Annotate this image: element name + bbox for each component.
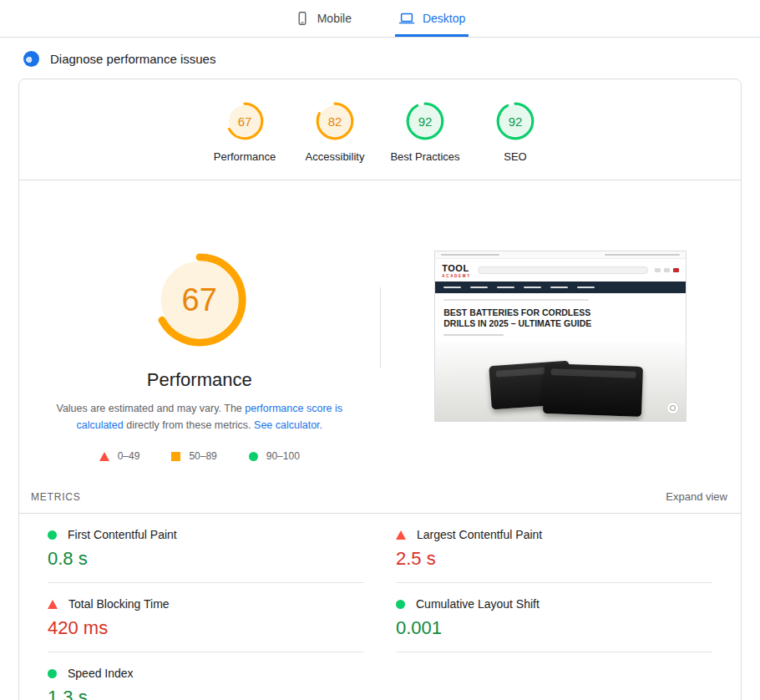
score-seo[interactable]: 92 SEO <box>470 101 560 163</box>
performance-section-title: Performance <box>147 369 252 391</box>
thumb-nav-bar <box>435 282 686 293</box>
tab-desktop-label: Desktop <box>423 12 465 25</box>
metric-rating-icon <box>48 530 57 540</box>
metrics-heading: METRICS <box>31 491 81 503</box>
accessibility-gauge: 82 <box>315 101 355 141</box>
thumb-utility-bar <box>435 251 686 259</box>
legend-good: 90–100 <box>249 450 300 462</box>
disclaimer-text-2: directly from these metrics. <box>124 419 254 431</box>
performance-score-label: Performance <box>214 150 276 163</box>
device-tabbar: Mobile Desktop <box>0 0 760 38</box>
battery-image <box>543 363 643 417</box>
mobile-phone-icon <box>295 11 310 26</box>
metric-largest-contentful-paint: Largest Contentful Paint 2.5 s <box>396 514 712 583</box>
thumb-search-bar <box>478 266 648 274</box>
thumb-icon <box>655 268 661 272</box>
score-performance[interactable]: 67 Performance <box>200 101 290 163</box>
metrics-header: METRICS Expand view <box>19 482 741 514</box>
seo-score-label: SEO <box>504 150 526 163</box>
thumb-header-icons <box>655 268 679 272</box>
desktop-laptop-icon <box>398 11 415 26</box>
metric-name: Speed Index <box>68 667 134 680</box>
seo-gauge: 92 <box>495 101 535 141</box>
seo-score-value: 92 <box>495 101 535 141</box>
performance-overview: 67 Performance Values are estimated and … <box>19 180 741 482</box>
thumb-site-header: TOOL ACADEMY <box>435 259 686 282</box>
thumb-site-logo: TOOL ACADEMY <box>442 263 471 278</box>
thumb-icon <box>664 268 670 272</box>
legend-average-label: 50–89 <box>189 450 216 462</box>
thumb-article-photo <box>435 342 686 421</box>
metric-value: 1.3 s <box>48 687 364 700</box>
thumb-nav-item <box>497 287 514 289</box>
tab-mobile[interactable]: Mobile <box>291 2 355 37</box>
thumb-article-meta <box>443 334 504 337</box>
thumb-nav-item <box>470 287 488 289</box>
performance-main-gauge: 67 <box>150 251 249 349</box>
metric-rating-icon <box>396 600 405 609</box>
metric-value: 0.8 s <box>48 548 364 570</box>
thumb-nav-item <box>550 287 568 289</box>
score-accessibility[interactable]: 82 Accessibility <box>290 101 380 163</box>
thumb-text-bar <box>605 254 680 256</box>
performance-score-value: 67 <box>225 101 265 141</box>
metric-total-blocking-time: Total Blocking Time 420 ms <box>48 583 364 652</box>
logo-subtitle: ACADEMY <box>442 274 471 278</box>
pagespeed-report: Mobile Desktop Diagnose performance issu… <box>0 0 760 700</box>
accessibility-score-value: 82 <box>315 101 355 141</box>
score-disclaimer: Values are estimated and may vary. The p… <box>40 400 359 434</box>
score-legend: 0–49 50–89 90–100 <box>99 450 300 462</box>
screenshot-panel: TOOL ACADEMY <box>381 251 742 422</box>
average-square-icon <box>171 452 180 461</box>
metric-rating-icon <box>48 600 58 609</box>
metric-speed-index: Speed Index 1.3 s <box>48 652 364 700</box>
score-best-practices[interactable]: 92 Best Practices <box>380 101 470 163</box>
metric-rating-icon <box>48 669 57 678</box>
metric-first-contentful-paint: First Contentful Paint 0.8 s <box>48 514 364 583</box>
thumb-flag-icon <box>673 268 679 272</box>
tab-desktop[interactable]: Desktop <box>395 2 469 37</box>
metric-cumulative-layout-shift: Cumulative Layout Shift 0.001 <box>396 583 712 652</box>
accessibility-score-label: Accessibility <box>306 150 365 163</box>
performance-gauge: 67 <box>225 101 265 141</box>
disclaimer-text: Values are estimated and may vary. The <box>56 403 245 414</box>
performance-main-score: 67 <box>150 251 249 349</box>
poor-triangle-icon <box>99 452 109 461</box>
logo-wordmark: TOOL <box>442 263 471 274</box>
expand-view-button[interactable]: Expand view <box>666 490 727 503</box>
legend-good-label: 90–100 <box>266 450 300 462</box>
metric-value: 2.5 s <box>396 548 712 570</box>
thumb-zoom-button <box>666 402 679 414</box>
legend-poor: 0–49 <box>99 450 140 462</box>
report-card: 67 Performance 82 Accessibility 92 Best … <box>18 79 742 700</box>
thumb-breadcrumb <box>443 299 589 302</box>
tab-mobile-label: Mobile <box>317 12 352 25</box>
metric-name: Largest Contentful Paint <box>417 528 542 541</box>
thumb-nav-item <box>577 287 595 289</box>
metric-value: 420 ms <box>48 617 364 639</box>
final-screenshot-thumbnail[interactable]: TOOL ACADEMY <box>434 251 687 422</box>
metric-rating-icon <box>396 530 406 540</box>
good-circle-icon <box>249 452 258 461</box>
diagnose-section-header: Diagnose performance issues <box>0 38 760 79</box>
metrics-grid: First Contentful Paint 0.8 s Largest Con… <box>19 514 741 700</box>
metric-name: Total Blocking Time <box>68 597 170 611</box>
diagnose-title: Diagnose performance issues <box>50 52 215 66</box>
see-calculator-link[interactable]: See calculator. <box>254 419 322 431</box>
thumb-nav-item <box>524 287 541 289</box>
legend-average: 50–89 <box>171 450 216 462</box>
best-practices-score-label: Best Practices <box>390 150 459 163</box>
thumb-text-bar <box>441 254 499 256</box>
metric-name: First Contentful Paint <box>68 528 177 541</box>
metric-name: Cumulative Layout Shift <box>416 597 540 611</box>
thumb-nav-item <box>443 287 461 289</box>
insights-icon <box>23 51 39 67</box>
thumb-article-headline: BEST BATTERIES FOR CORDLESS DRILLS IN 20… <box>435 307 611 329</box>
best-practices-score-value: 92 <box>405 101 445 141</box>
legend-poor-label: 0–49 <box>118 450 140 462</box>
performance-gauge-panel: 67 Performance Values are estimated and … <box>19 251 380 482</box>
best-practices-gauge: 92 <box>405 101 445 141</box>
category-scores-row: 67 Performance 82 Accessibility 92 Best … <box>19 79 741 180</box>
metric-value: 0.001 <box>396 617 712 639</box>
